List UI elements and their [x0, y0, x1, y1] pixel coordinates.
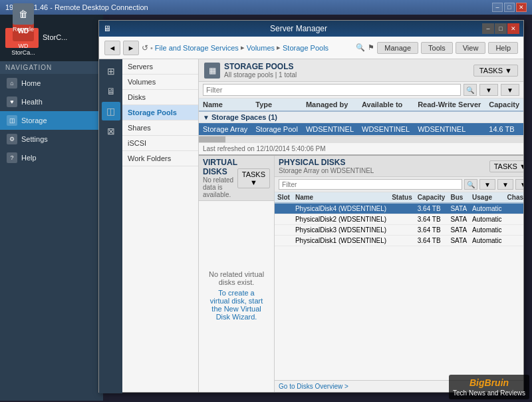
sm-nav-storage[interactable]: ◫: [102, 102, 120, 120]
sm-minimize-btn[interactable]: –: [482, 23, 494, 34]
nav2-volumes[interactable]: Volumes: [122, 75, 198, 90]
breadcrumb-file-storage[interactable]: File and Storage Services: [155, 44, 239, 52]
sp-col-type[interactable]: Type: [251, 99, 302, 111]
wd-nav-health[interactable]: ♥ Health: [0, 93, 103, 111]
nav2-work-folders[interactable]: Work Folders: [122, 151, 198, 166]
pd-title: PHYSICAL DISKS: [279, 158, 489, 167]
pd-row-usage: Automatic: [469, 225, 504, 236]
watermark: BigBruin Tech News and Reviews: [449, 375, 529, 399]
table-row[interactable]: PhysicalDisk4 (WDSENTINEL) 3.64 TB SATA …: [275, 203, 523, 214]
sp-tasks-button[interactable]: TASKS ▼: [473, 65, 518, 77]
desktop-icon-recycle[interactable]: 🗑 Recycle: [7, 3, 40, 33]
vd-title: VIRTUAL DISKS: [203, 158, 237, 176]
sm-content: Servers Volumes Disks Storage Pools Shar…: [122, 59, 523, 392]
outer-window: 192.168.1.46 - Remote Desktop Connection…: [0, 0, 532, 402]
pd-col-usage[interactable]: Usage: [469, 192, 504, 203]
pd-row-status: [389, 203, 415, 214]
pd-filter-options1[interactable]: ▼: [479, 179, 495, 190]
breadcrumb-volumes[interactable]: Volumes: [247, 44, 275, 52]
pd-filter-input[interactable]: [279, 179, 462, 190]
sm-close-btn[interactable]: ✕: [507, 23, 519, 34]
pd-row-bus: SATA: [448, 225, 469, 236]
sm-nav-dashboard[interactable]: ⊞: [102, 62, 120, 81]
sm-maximize-btn[interactable]: □: [495, 23, 507, 34]
pd-tasks-arrow: ▼: [519, 162, 523, 170]
sp-col-rw[interactable]: Read-Write Server: [414, 99, 485, 111]
table-row[interactable]: PhysicalDisk2 (WDSENTINEL) 3.64 TB SATA …: [275, 214, 523, 225]
refresh-icon[interactable]: ↺: [142, 43, 148, 53]
pd-view-options[interactable]: ▼: [515, 179, 523, 190]
nav2-servers[interactable]: Servers: [122, 59, 198, 75]
vd-tasks-label: TASKS: [242, 170, 265, 178]
wd-nav-settings[interactable]: ⚙ Settings: [0, 130, 103, 148]
pd-filter-options2[interactable]: ▼: [497, 179, 513, 190]
vd-tasks-button[interactable]: TASKS ▼: [237, 168, 270, 188]
help-button[interactable]: Help: [488, 42, 518, 54]
sp-scroll-bar[interactable]: [199, 136, 523, 142]
wd-nav-label: NAVIGATION: [0, 61, 103, 74]
nav2-iscsi[interactable]: iSCSI: [122, 136, 198, 151]
pd-col-slot[interactable]: Slot: [275, 192, 293, 203]
tools-button[interactable]: Tools: [421, 42, 453, 54]
sp-filter-bar: 🔍 ▼ ▼: [199, 82, 523, 99]
view-button[interactable]: View: [456, 42, 486, 54]
pd-row-slot: [275, 214, 293, 225]
breadcrumb-storage-pools[interactable]: Storage Pools: [283, 44, 329, 52]
nav2-storage-pools[interactable]: Storage Pools: [122, 105, 198, 120]
pd-row-capacity: 3.64 TB: [415, 225, 448, 236]
sp-table-wrap: Name Type Managed by Available to Read-W…: [199, 99, 523, 136]
watermark-brand: BigBruin: [453, 377, 525, 389]
home-icon: ⌂: [7, 78, 17, 89]
sp-row-type: Storage Pool: [251, 123, 302, 136]
sm-titlebar-controls: – □ ✕: [482, 23, 519, 34]
nav2-disks[interactable]: Disks: [122, 90, 198, 105]
pd-tasks-button[interactable]: TASKS ▼: [489, 160, 523, 172]
wd-nav-storage[interactable]: ◫ Storage: [0, 111, 103, 130]
pd-col-capacity[interactable]: Capacity: [415, 192, 448, 203]
table-row[interactable]: Storage Array Storage Pool WDSENTINEL WD…: [199, 123, 523, 136]
wd-nav-help-label: Help: [21, 154, 37, 162]
rdp-minimize-btn[interactable]: –: [492, 3, 503, 12]
pd-filter-search[interactable]: 🔍: [464, 179, 477, 190]
storage-pools-section: ▦ STORAGE POOLS All storage pools | 1 to…: [199, 59, 523, 154]
sp-col-available[interactable]: Available to: [358, 99, 414, 111]
rdp-title: 192.168.1.46 - Remote Desktop Connection: [5, 3, 492, 11]
sp-col-managed[interactable]: Managed by: [302, 99, 358, 111]
sp-col-name[interactable]: Name: [199, 99, 251, 111]
pd-subtitle: Storage Array on WDSENTINEL: [279, 167, 489, 174]
sp-view-options[interactable]: ▼: [501, 84, 519, 96]
sp-group-row: ▼Storage Spaces (1): [199, 111, 523, 123]
flag-icon: ⚑: [368, 43, 374, 52]
pd-row-capacity: 3.64 TB: [415, 214, 448, 225]
sp-filter-options[interactable]: ▼: [479, 84, 498, 96]
sp-filter-input[interactable]: [203, 84, 461, 96]
manage-button[interactable]: Manage: [377, 42, 418, 54]
table-row[interactable]: PhysicalDisk1 (WDSENTINEL) 3.64 TB SATA …: [275, 236, 523, 246]
forward-button[interactable]: ►: [123, 41, 139, 55]
nav2-shares[interactable]: Shares: [122, 120, 198, 136]
sm-left-nav: ⊞ 🖥 ◫ ⊠: [99, 59, 122, 393]
sm-titlebar-icon: 🖥: [103, 24, 111, 33]
vd-tasks-arrow: ▼: [250, 178, 257, 186]
rdp-close-btn[interactable]: ✕: [516, 3, 527, 12]
pd-col-chassis[interactable]: Chassis: [505, 192, 523, 203]
sm-nav2: Servers Volumes Disks Storage Pools Shar…: [122, 59, 199, 392]
sp-filter-search[interactable]: 🔍: [464, 84, 477, 96]
wd-nav-help[interactable]: ? Help: [0, 148, 103, 167]
back-button[interactable]: ◄: [104, 41, 120, 55]
sm-toolbar: ◄ ► ↺ • File and Storage Services ▸ Volu…: [99, 37, 523, 59]
pd-row-bus: SATA: [448, 203, 469, 214]
wd-nav-home-label: Home: [21, 79, 41, 87]
vd-create-link[interactable]: To create a virtual disk, start the New …: [205, 286, 267, 323]
sm-nav-server[interactable]: ⊠: [102, 122, 120, 140]
pd-col-status[interactable]: Status: [389, 192, 415, 203]
sm-nav-local[interactable]: 🖥: [102, 82, 120, 100]
pd-col-bus[interactable]: Bus: [448, 192, 469, 203]
wd-nav-health-label: Health: [21, 98, 43, 106]
sp-tasks-arrow: ▼: [505, 67, 512, 75]
wd-nav-home[interactable]: ⌂ Home: [0, 74, 103, 93]
rdp-maximize-btn[interactable]: □: [504, 3, 515, 12]
table-row[interactable]: PhysicalDisk3 (WDSENTINEL) 3.64 TB SATA …: [275, 225, 523, 236]
sp-col-capacity[interactable]: Capacity: [485, 99, 523, 111]
pd-col-name[interactable]: Name: [293, 192, 389, 203]
